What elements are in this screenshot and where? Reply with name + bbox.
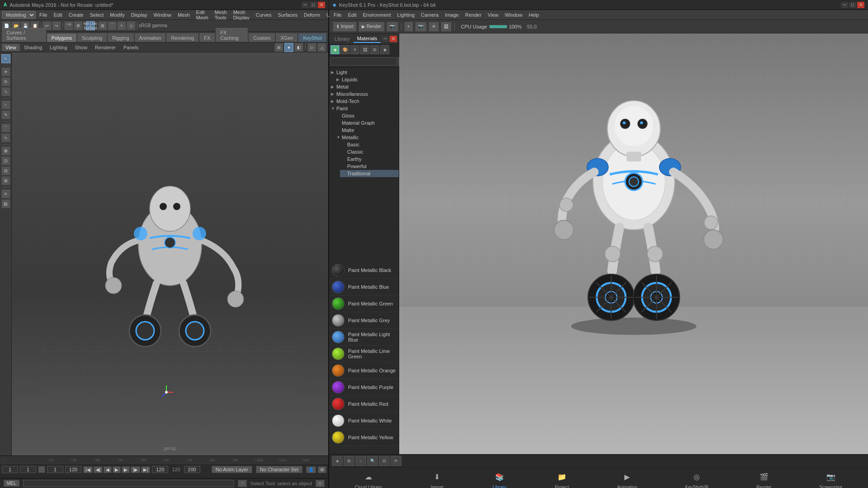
lib-tab-library[interactable]: Library (331, 35, 354, 42)
mel-input[interactable] (23, 480, 234, 487)
menu-deform[interactable]: Deform (301, 11, 323, 19)
no-live-surface-btn[interactable]: No Live Surface (86, 21, 95, 30)
menu-editmesh[interactable]: Edit Mesh (193, 10, 211, 21)
timeline-current-input[interactable] (20, 466, 36, 473)
tab-polygons[interactable]: Polygons (47, 33, 76, 42)
ks-menu-camera[interactable]: Camera (418, 11, 441, 19)
ks-bottom-btn6[interactable]: ⟳ (391, 456, 401, 466)
curve-tool[interactable]: ⌒ (1, 123, 10, 132)
mat-item-orange[interactable]: Paint Metallic Orange (329, 362, 399, 379)
tab-xgen[interactable]: XGen (276, 33, 297, 42)
tree-item-gloss[interactable]: Gloss (335, 112, 399, 119)
lib-icon-envs[interactable]: ☀ (350, 45, 359, 54)
menu-meshdisplay[interactable]: Mesh Display (231, 10, 252, 21)
tree-item-matte[interactable]: Matte (335, 127, 399, 134)
ks-bottom-btn5[interactable]: ⊟ (379, 456, 390, 466)
ks-menu-view[interactable]: View (485, 11, 501, 19)
tree-item-earthy[interactable]: Earthy (340, 155, 399, 163)
maya-close-btn[interactable]: ✕ (318, 2, 325, 8)
menu-mesh[interactable]: Mesh (175, 11, 193, 19)
channel-box-btn[interactable]: ▤ (1, 199, 10, 208)
menu-curves[interactable]: Curves (253, 11, 274, 19)
ks-menu-environment[interactable]: Environment (360, 11, 394, 19)
tl-goto-start-btn[interactable]: |◀ (83, 466, 93, 473)
menu-edit[interactable]: Edit (51, 11, 65, 19)
lib-tab-materials[interactable]: Materials (354, 35, 381, 43)
mat-item-lightblue[interactable]: Paint Metallic Light Blue (329, 329, 399, 346)
tree-item-liquids[interactable]: ▶ Liquids (335, 76, 399, 83)
footer-animation[interactable]: ▶ Animation (617, 469, 637, 488)
view-toolbar-btn2[interactable]: ■ (284, 43, 293, 52)
tree-item-classic[interactable]: Classic (340, 148, 399, 155)
view-toolbar-btn1[interactable]: ⊞ (274, 43, 283, 52)
timeline-end-input[interactable] (65, 466, 81, 473)
render-btn[interactable]: 🎬 (64, 21, 73, 30)
ks-screenshot-btn[interactable]: 📷 (387, 22, 398, 32)
tab-fx[interactable]: FX (199, 33, 215, 42)
mat-item-white[interactable]: Paint Metallic White (329, 413, 399, 429)
menu-surfaces[interactable]: Surfaces (275, 11, 300, 19)
lib-search-input[interactable] (330, 57, 397, 66)
ks-menu-file[interactable]: File (331, 11, 344, 19)
ks-bottom-btn3[interactable]: ○ (355, 456, 366, 466)
help-line-icon[interactable]: ? (238, 480, 247, 487)
keyshot-viewport[interactable] (399, 33, 868, 454)
mat-item-purple[interactable]: Paint Metallic Purple (329, 379, 399, 396)
rotate-tool[interactable]: ↻ (1, 77, 10, 86)
redo-btn[interactable]: ↪ (52, 21, 61, 30)
snap-curve-btn[interactable]: ⌒ (108, 21, 117, 30)
tree-item-paint[interactable]: ▼ Paint (329, 105, 399, 112)
maya-minimize-btn[interactable]: ─ (302, 2, 309, 8)
tab-rigging[interactable]: Rigging (108, 33, 133, 42)
scale-tool[interactable]: ⤡ (1, 87, 10, 96)
render-settings-btn[interactable]: ⚙ (74, 21, 83, 30)
view-tab-panels[interactable]: Panels (120, 44, 142, 51)
snap-view-btn[interactable]: ◇ (127, 21, 136, 30)
view-toolbar-btn5[interactable]: △ (317, 43, 326, 52)
lib-icon-geo[interactable]: ◆ (380, 45, 389, 54)
lib-icon-materials[interactable]: ◈ (330, 45, 340, 54)
footer-library[interactable]: 📚 Library (492, 469, 507, 488)
keyshot-close-btn[interactable]: ✕ (857, 2, 864, 8)
view-tab-show[interactable]: Show (71, 44, 91, 51)
mat-item-black[interactable]: Paint Metallic Black (329, 262, 399, 279)
ks-backplate-btn[interactable]: 🖼 (441, 22, 452, 32)
mat-item-grey[interactable]: Paint Metallic Grey (329, 312, 399, 329)
lib-icon-backplates[interactable]: 🖼 (360, 45, 369, 54)
ks-bottom-btn2[interactable]: ⊞ (344, 456, 354, 466)
tab-custom[interactable]: Custom (249, 33, 275, 42)
view-tab-lighting[interactable]: Lighting (46, 44, 71, 51)
select-tool[interactable]: ↖ (1, 54, 10, 63)
tl-max-input[interactable] (184, 466, 200, 473)
footer-render[interactable]: 🎬 Render (756, 469, 771, 488)
tab-animation[interactable]: Animation (135, 33, 166, 42)
lib-icon-textures[interactable]: ⊞ (370, 45, 379, 54)
extrude-tool[interactable]: ⊠ (1, 146, 10, 155)
ks-menu-help[interactable]: Help (526, 11, 542, 19)
tree-item-light[interactable]: ▶ Light (329, 69, 399, 76)
ks-menu-window[interactable]: Window (502, 11, 525, 19)
bevel-tool[interactable]: ⊟ (1, 166, 10, 175)
loop-cut-tool[interactable]: ⊞ (1, 176, 10, 185)
mel-btn[interactable]: MEL (4, 480, 19, 487)
menu-create[interactable]: Create (66, 11, 86, 19)
view-tab-renderer[interactable]: Renderer (91, 44, 119, 51)
menu-meshtools[interactable]: Mesh Tools (212, 10, 230, 21)
tl-prev-key-btn[interactable]: ◀| (94, 466, 103, 473)
tab-curves-surfaces[interactable]: Curves / Surfaces (2, 28, 46, 42)
snap-point-btn[interactable]: + (117, 21, 126, 30)
output-btn[interactable]: ⊞ (316, 480, 325, 487)
lasso-tool[interactable]: ○ (1, 100, 10, 109)
tab-rendering[interactable]: Rendering (166, 33, 198, 42)
view-tab-view[interactable]: View (2, 44, 20, 51)
tl-goto-end-btn[interactable]: ▶| (141, 466, 151, 473)
tl-range-end-input[interactable] (152, 466, 168, 473)
maya-viewport[interactable]: persp (12, 52, 328, 455)
menu-file[interactable]: File (37, 11, 50, 19)
ks-menu-lighting[interactable]: Lighting (394, 11, 417, 19)
lib-icon-colors[interactable]: 🎨 (340, 45, 349, 54)
mat-item-red[interactable]: Paint Metallic Red (329, 396, 399, 413)
tree-item-material-graph[interactable]: Material Graph (335, 119, 399, 127)
ks-bottom-btn4[interactable]: 🔍 (367, 456, 378, 466)
tree-item-basic[interactable]: Basic (340, 141, 399, 148)
